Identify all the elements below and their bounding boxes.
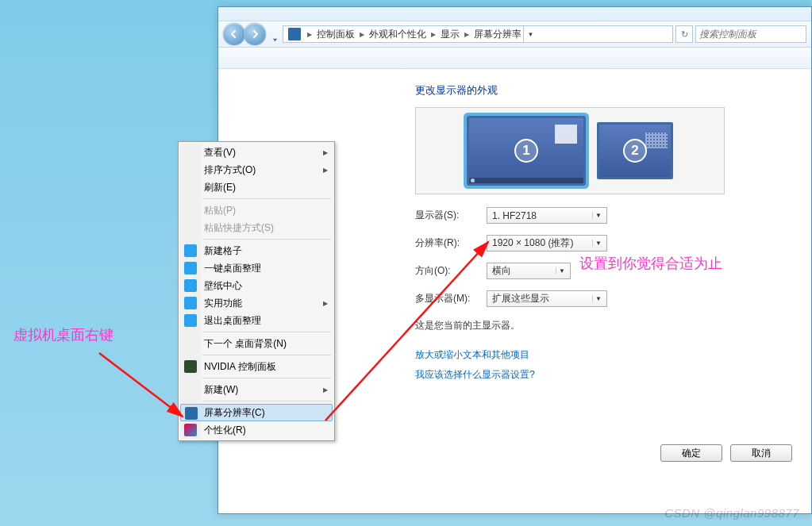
which-display-link[interactable]: 我应该选择什么显示器设置? bbox=[415, 368, 535, 382]
monitor-grid-icon bbox=[645, 132, 668, 148]
submenu-arrow-icon: ▶ bbox=[323, 167, 328, 174]
monitor-2[interactable]: 2 bbox=[597, 122, 673, 179]
orientation-label: 方向(O): bbox=[415, 264, 487, 278]
monitor-1[interactable]: 1 bbox=[467, 116, 586, 186]
exit-icon bbox=[184, 314, 197, 327]
ctx-exit-tidy[interactable]: 退出桌面整理 bbox=[180, 312, 333, 329]
chevron-down-icon: ▼ bbox=[592, 295, 604, 302]
resolution-value: 1920 × 1080 (推荐) bbox=[492, 236, 573, 250]
display-combobox[interactable]: 1. HF2718▼ bbox=[487, 207, 607, 224]
command-toolbar bbox=[218, 48, 811, 69]
history-dropdown-icon[interactable] bbox=[272, 32, 278, 37]
chevron-down-icon: ▼ bbox=[556, 267, 568, 275]
breadcrumb-item[interactable]: 外观和个性化 bbox=[368, 28, 428, 41]
monitor-number: 1 bbox=[514, 139, 538, 163]
ctx-view[interactable]: 查看(V)▶ bbox=[180, 144, 333, 161]
list-icon bbox=[184, 297, 197, 309]
ctx-one-key[interactable]: 一键桌面整理 bbox=[180, 259, 333, 277]
annotation-vm-rightclick: 虚拟机桌面右键 bbox=[13, 325, 114, 344]
display-field-row: 显示器(S): 1. HF2718▼ bbox=[415, 207, 787, 224]
ctx-paste-shortcut: 粘贴快捷方式(S) bbox=[180, 219, 333, 236]
cancel-button[interactable]: 取消 bbox=[730, 444, 792, 462]
chevron-down-icon: ▼ bbox=[592, 240, 604, 247]
breadcrumb[interactable]: ▶ 控制面板 ▶ 外观和个性化 ▶ 显示 ▶ 屏幕分辨率 ▼ bbox=[283, 25, 673, 43]
ctx-next-bg[interactable]: 下一个 桌面背景(N) bbox=[180, 335, 333, 352]
monitor-thumb-icon bbox=[555, 125, 577, 144]
ctx-wallpaper[interactable]: 壁纸中心 bbox=[180, 277, 333, 294]
monitor-icon bbox=[185, 407, 198, 420]
display-label: 显示器(S): bbox=[415, 209, 487, 222]
watermark: CSDN @qinglan998877 bbox=[664, 506, 799, 520]
breadcrumb-item[interactable]: 控制面板 bbox=[315, 28, 356, 41]
multi-label: 多显示器(M): bbox=[415, 292, 487, 305]
ctx-refresh[interactable]: 刷新(E) bbox=[180, 179, 333, 196]
desktop-context-menu: 查看(V)▶ 排序方式(O)▶ 刷新(E) 粘贴(P) 粘贴快捷方式(S) 新建… bbox=[178, 141, 335, 441]
submenu-arrow-icon: ▶ bbox=[323, 149, 328, 156]
plus-icon bbox=[184, 244, 197, 257]
annotation-adjust: 设置到你觉得合适为止 bbox=[579, 254, 722, 273]
page-title: 更改显示器的外观 bbox=[415, 83, 787, 98]
ctx-sort[interactable]: 排序方式(O)▶ bbox=[180, 161, 333, 179]
monitor-number: 2 bbox=[623, 139, 647, 163]
personalize-icon bbox=[184, 424, 197, 436]
resolution-combobox[interactable]: 1920 × 1080 (推荐)▼ bbox=[487, 235, 607, 251]
search-input[interactable] bbox=[695, 25, 806, 43]
ctx-screen-resolution[interactable]: 屏幕分辨率(C) bbox=[180, 404, 333, 421]
search-field[interactable] bbox=[699, 29, 802, 40]
ctx-new-grid[interactable]: 新建格子 bbox=[180, 242, 333, 259]
ctx-personalize[interactable]: 个性化(R) bbox=[180, 421, 333, 439]
breadcrumb-icon bbox=[288, 28, 301, 40]
taskbar-icon bbox=[469, 178, 583, 183]
orientation-combobox[interactable]: 横向▼ bbox=[487, 263, 571, 279]
chevron-down-icon: ▼ bbox=[592, 212, 604, 219]
submenu-arrow-icon: ▶ bbox=[323, 386, 328, 394]
resolution-label: 分辨率(R): bbox=[415, 236, 487, 250]
breadcrumb-item[interactable]: 屏幕分辨率 bbox=[472, 28, 523, 41]
display-value: 1. HF2718 bbox=[492, 210, 537, 221]
multi-display-field-row: 多显示器(M): 扩展这些显示▼ bbox=[415, 290, 787, 307]
ctx-nvidia[interactable]: NVIDIA 控制面板 bbox=[180, 358, 333, 375]
multi-display-combobox[interactable]: 扩展这些显示▼ bbox=[487, 290, 607, 307]
submenu-arrow-icon: ▶ bbox=[323, 300, 328, 307]
window-titlebar bbox=[218, 7, 811, 21]
multi-value: 扩展这些显示 bbox=[492, 292, 549, 305]
refresh-button[interactable]: ↻ bbox=[675, 25, 693, 43]
scale-text-link[interactable]: 放大或缩小文本和其他项目 bbox=[415, 348, 529, 362]
nav-toolbar: ▶ 控制面板 ▶ 外观和个性化 ▶ 显示 ▶ 屏幕分辨率 ▼ ↻ bbox=[218, 21, 811, 48]
grid-icon bbox=[184, 262, 197, 275]
svg-line-0 bbox=[99, 353, 183, 417]
primary-display-note: 这是您当前的主显示器。 bbox=[415, 319, 787, 332]
nvidia-icon bbox=[184, 360, 197, 373]
monitor-preview[interactable]: 1 2 bbox=[415, 107, 725, 194]
ctx-paste: 粘贴(P) bbox=[180, 202, 333, 219]
breadcrumb-dropdown-icon[interactable]: ▼ bbox=[523, 26, 537, 42]
ctx-utility[interactable]: 实用功能▶ bbox=[180, 294, 333, 312]
back-button[interactable] bbox=[223, 23, 245, 45]
orientation-value: 横向 bbox=[492, 264, 511, 278]
ctx-new[interactable]: 新建(W)▶ bbox=[180, 381, 333, 398]
resolution-field-row: 分辨率(R): 1920 × 1080 (推荐)▼ bbox=[415, 235, 787, 251]
ok-button[interactable]: 确定 bbox=[660, 444, 722, 462]
forward-button[interactable] bbox=[244, 23, 266, 45]
breadcrumb-item[interactable]: 显示 bbox=[439, 28, 461, 41]
image-icon bbox=[184, 279, 197, 292]
